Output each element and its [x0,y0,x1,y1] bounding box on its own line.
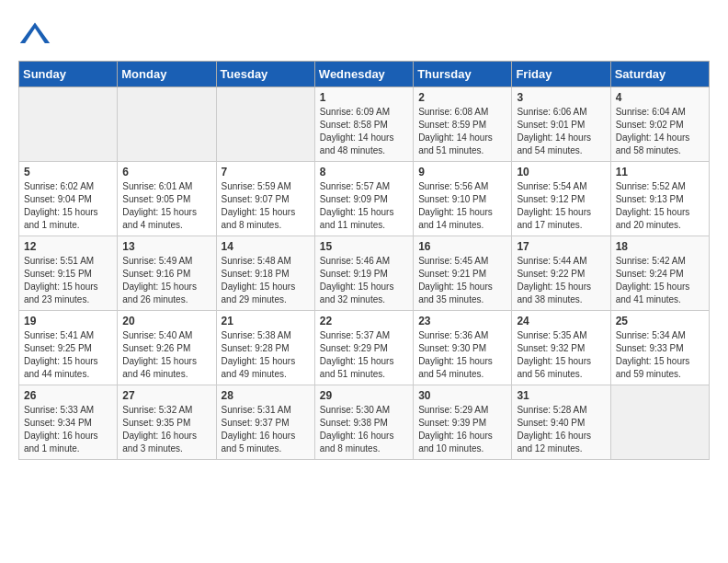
day-cell: 8Sunrise: 5:57 AM Sunset: 9:09 PM Daylig… [314,162,413,236]
day-cell [118,87,216,162]
day-cell: 5Sunrise: 6:02 AM Sunset: 9:04 PM Daylig… [19,162,118,236]
day-cell: 12Sunrise: 5:51 AM Sunset: 9:15 PM Dayli… [19,236,118,311]
day-info: Sunrise: 5:37 AM Sunset: 9:29 PM Dayligh… [320,329,408,381]
day-number: 8 [320,166,408,178]
day-number: 6 [122,166,210,178]
day-info: Sunrise: 5:42 AM Sunset: 9:24 PM Dayligh… [616,255,704,306]
day-cell: 20Sunrise: 5:40 AM Sunset: 9:26 PM Dayli… [118,311,216,385]
day-number: 27 [122,389,210,402]
day-cell: 7Sunrise: 5:59 AM Sunset: 9:07 PM Daylig… [216,162,314,236]
day-cell: 18Sunrise: 5:42 AM Sunset: 9:24 PM Dayli… [610,236,709,311]
day-cell [216,87,314,162]
day-info: Sunrise: 5:52 AM Sunset: 9:13 PM Dayligh… [616,180,704,232]
logo [18,18,55,52]
day-cell: 14Sunrise: 5:48 AM Sunset: 9:18 PM Dayli… [216,236,314,311]
day-cell: 21Sunrise: 5:38 AM Sunset: 9:28 PM Dayli… [216,311,314,385]
day-cell: 17Sunrise: 5:44 AM Sunset: 9:22 PM Dayli… [512,236,610,311]
header-cell-thursday: Thursday [414,62,512,87]
day-number: 13 [122,240,210,253]
day-cell: 1Sunrise: 6:09 AM Sunset: 8:58 PM Daylig… [314,87,413,162]
day-info: Sunrise: 5:31 AM Sunset: 9:37 PM Dayligh… [222,404,310,455]
header-cell-tuesday: Tuesday [216,62,314,87]
day-cell: 16Sunrise: 5:45 AM Sunset: 9:21 PM Dayli… [414,236,512,311]
logo-icon [18,18,51,52]
day-number: 29 [320,389,408,402]
day-info: Sunrise: 5:29 AM Sunset: 9:39 PM Dayligh… [418,404,506,455]
day-number: 3 [517,91,605,104]
day-cell: 28Sunrise: 5:31 AM Sunset: 9:37 PM Dayli… [216,385,314,460]
day-number: 19 [24,315,112,327]
day-info: Sunrise: 5:38 AM Sunset: 9:28 PM Dayligh… [222,329,310,381]
day-info: Sunrise: 5:28 AM Sunset: 9:40 PM Dayligh… [517,404,605,455]
day-number: 18 [616,240,704,253]
day-number: 21 [222,315,310,327]
day-cell: 10Sunrise: 5:54 AM Sunset: 9:12 PM Dayli… [512,162,610,236]
day-cell: 25Sunrise: 5:34 AM Sunset: 9:33 PM Dayli… [610,311,709,385]
day-info: Sunrise: 5:32 AM Sunset: 9:35 PM Dayligh… [122,404,210,455]
day-cell: 4Sunrise: 6:04 AM Sunset: 9:02 PM Daylig… [610,87,709,162]
day-number: 1 [320,91,408,104]
day-number: 23 [418,315,506,327]
week-row-2: 5Sunrise: 6:02 AM Sunset: 9:04 PM Daylig… [19,162,710,236]
day-number: 24 [517,315,605,327]
day-number: 12 [24,240,112,253]
day-cell: 23Sunrise: 5:36 AM Sunset: 9:30 PM Dayli… [414,311,512,385]
day-info: Sunrise: 5:56 AM Sunset: 9:10 PM Dayligh… [418,180,506,232]
day-number: 16 [418,240,506,253]
day-cell: 26Sunrise: 5:33 AM Sunset: 9:34 PM Dayli… [19,385,118,460]
day-info: Sunrise: 5:59 AM Sunset: 9:07 PM Dayligh… [222,180,310,232]
day-number: 10 [517,166,605,178]
day-number: 4 [616,91,704,104]
week-row-5: 26Sunrise: 5:33 AM Sunset: 9:34 PM Dayli… [19,385,710,460]
header-cell-saturday: Saturday [610,62,709,87]
week-row-1: 1Sunrise: 6:09 AM Sunset: 8:58 PM Daylig… [19,87,710,162]
day-info: Sunrise: 6:09 AM Sunset: 8:58 PM Dayligh… [320,106,408,157]
header-cell-monday: Monday [118,62,216,87]
day-info: Sunrise: 6:01 AM Sunset: 9:05 PM Dayligh… [122,180,210,232]
day-info: Sunrise: 6:04 AM Sunset: 9:02 PM Dayligh… [616,106,704,157]
day-info: Sunrise: 5:44 AM Sunset: 9:22 PM Dayligh… [517,255,605,306]
day-cell: 27Sunrise: 5:32 AM Sunset: 9:35 PM Dayli… [118,385,216,460]
day-number: 17 [517,240,605,253]
day-info: Sunrise: 5:30 AM Sunset: 9:38 PM Dayligh… [320,404,408,455]
day-info: Sunrise: 5:46 AM Sunset: 9:19 PM Dayligh… [320,255,408,306]
day-number: 14 [222,240,310,253]
day-info: Sunrise: 5:40 AM Sunset: 9:26 PM Dayligh… [122,329,210,381]
day-number: 2 [418,91,506,104]
day-cell: 9Sunrise: 5:56 AM Sunset: 9:10 PM Daylig… [414,162,512,236]
day-cell: 2Sunrise: 6:08 AM Sunset: 8:59 PM Daylig… [414,87,512,162]
header-row: SundayMondayTuesdayWednesdayThursdayFrid… [19,62,710,87]
day-cell: 29Sunrise: 5:30 AM Sunset: 9:38 PM Dayli… [314,385,413,460]
day-number: 5 [24,166,112,178]
week-row-4: 19Sunrise: 5:41 AM Sunset: 9:25 PM Dayli… [19,311,710,385]
day-cell: 15Sunrise: 5:46 AM Sunset: 9:19 PM Dayli… [314,236,413,311]
day-cell: 11Sunrise: 5:52 AM Sunset: 9:13 PM Dayli… [610,162,709,236]
day-number: 15 [320,240,408,253]
day-cell: 3Sunrise: 6:06 AM Sunset: 9:01 PM Daylig… [512,87,610,162]
day-info: Sunrise: 5:33 AM Sunset: 9:34 PM Dayligh… [24,404,112,455]
day-info: Sunrise: 6:02 AM Sunset: 9:04 PM Dayligh… [24,180,112,232]
day-cell: 22Sunrise: 5:37 AM Sunset: 9:29 PM Dayli… [314,311,413,385]
day-number: 9 [418,166,506,178]
day-cell: 19Sunrise: 5:41 AM Sunset: 9:25 PM Dayli… [19,311,118,385]
day-info: Sunrise: 5:57 AM Sunset: 9:09 PM Dayligh… [320,180,408,232]
day-number: 11 [616,166,704,178]
day-number: 7 [222,166,310,178]
day-cell: 13Sunrise: 5:49 AM Sunset: 9:16 PM Dayli… [118,236,216,311]
day-info: Sunrise: 5:54 AM Sunset: 9:12 PM Dayligh… [517,180,605,232]
day-number: 25 [616,315,704,327]
day-number: 30 [418,389,506,402]
day-info: Sunrise: 5:49 AM Sunset: 9:16 PM Dayligh… [122,255,210,306]
day-number: 22 [320,315,408,327]
header-cell-friday: Friday [512,62,610,87]
day-number: 20 [122,315,210,327]
day-info: Sunrise: 6:08 AM Sunset: 8:59 PM Dayligh… [418,106,506,157]
header-cell-sunday: Sunday [19,62,118,87]
day-number: 28 [222,389,310,402]
day-cell [19,87,118,162]
day-info: Sunrise: 5:41 AM Sunset: 9:25 PM Dayligh… [24,329,112,381]
day-cell: 6Sunrise: 6:01 AM Sunset: 9:05 PM Daylig… [118,162,216,236]
day-info: Sunrise: 5:51 AM Sunset: 9:15 PM Dayligh… [24,255,112,306]
day-info: Sunrise: 5:45 AM Sunset: 9:21 PM Dayligh… [418,255,506,306]
day-info: Sunrise: 5:36 AM Sunset: 9:30 PM Dayligh… [418,329,506,381]
